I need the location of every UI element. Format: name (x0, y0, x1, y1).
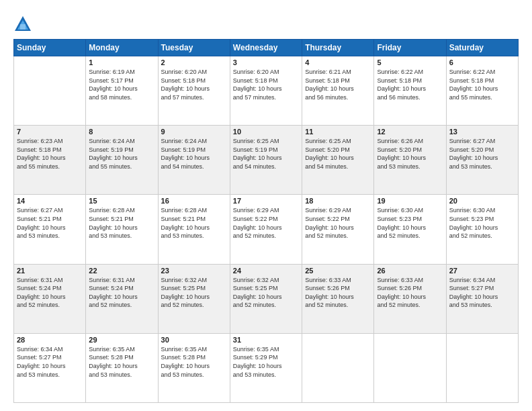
day-info: Sunrise: 6:35 AM Sunset: 5:29 PM Dayligh… (233, 345, 299, 379)
day-info: Sunrise: 6:27 AM Sunset: 5:20 PM Dayligh… (449, 137, 515, 171)
calendar-cell: 19Sunrise: 6:30 AM Sunset: 5:23 PM Dayli… (374, 195, 446, 264)
day-info: Sunrise: 6:35 AM Sunset: 5:28 PM Dayligh… (161, 345, 227, 379)
calendar-week-row: 21Sunrise: 6:31 AM Sunset: 5:24 PM Dayli… (14, 264, 519, 333)
day-number: 17 (233, 197, 299, 205)
calendar-cell: 31Sunrise: 6:35 AM Sunset: 5:29 PM Dayli… (230, 333, 302, 402)
calendar-cell: 27Sunrise: 6:34 AM Sunset: 5:27 PM Dayli… (446, 264, 518, 333)
day-info: Sunrise: 6:21 AM Sunset: 5:18 PM Dayligh… (305, 68, 371, 101)
day-number: 30 (161, 336, 227, 344)
day-info: Sunrise: 6:25 AM Sunset: 5:20 PM Dayligh… (305, 137, 371, 171)
calendar-header-row: SundayMondayTuesdayWednesdayThursdayFrid… (14, 40, 519, 56)
calendar-cell: 26Sunrise: 6:33 AM Sunset: 5:26 PM Dayli… (374, 264, 446, 333)
calendar-cell: 6Sunrise: 6:22 AM Sunset: 5:18 PM Daylig… (446, 56, 518, 126)
day-number: 27 (449, 267, 515, 275)
day-info: Sunrise: 6:30 AM Sunset: 5:23 PM Dayligh… (377, 206, 443, 240)
day-info: Sunrise: 6:35 AM Sunset: 5:28 PM Dayligh… (89, 345, 154, 379)
calendar-cell: 20Sunrise: 6:30 AM Sunset: 5:23 PM Dayli… (446, 195, 518, 264)
day-number: 12 (377, 128, 443, 136)
day-info: Sunrise: 6:28 AM Sunset: 5:21 PM Dayligh… (89, 206, 154, 240)
calendar-cell: 9Sunrise: 6:24 AM Sunset: 5:19 PM Daylig… (158, 126, 230, 195)
day-info: Sunrise: 6:33 AM Sunset: 5:26 PM Dayligh… (377, 276, 443, 310)
calendar-cell: 24Sunrise: 6:32 AM Sunset: 5:25 PM Dayli… (230, 264, 302, 333)
calendar-week-row: 7Sunrise: 6:23 AM Sunset: 5:18 PM Daylig… (14, 126, 519, 195)
day-info: Sunrise: 6:20 AM Sunset: 5:18 PM Dayligh… (233, 68, 299, 101)
calendar-cell: 4Sunrise: 6:21 AM Sunset: 5:18 PM Daylig… (302, 56, 374, 126)
day-number: 4 (305, 58, 371, 66)
calendar-header-friday: Friday (374, 40, 446, 56)
calendar-cell (446, 333, 518, 402)
day-info: Sunrise: 6:25 AM Sunset: 5:19 PM Dayligh… (233, 137, 299, 171)
calendar-header-thursday: Thursday (302, 40, 374, 56)
day-number: 10 (233, 128, 299, 136)
day-info: Sunrise: 6:31 AM Sunset: 5:24 PM Dayligh… (17, 276, 83, 310)
calendar-week-row: 28Sunrise: 6:34 AM Sunset: 5:27 PM Dayli… (14, 333, 519, 402)
day-number: 5 (377, 58, 443, 66)
day-number: 20 (449, 197, 515, 205)
calendar-cell: 8Sunrise: 6:24 AM Sunset: 5:19 PM Daylig… (86, 126, 158, 195)
day-info: Sunrise: 6:33 AM Sunset: 5:26 PM Dayligh… (305, 276, 371, 310)
day-number: 9 (161, 128, 227, 136)
day-number: 8 (89, 128, 154, 136)
calendar-cell: 10Sunrise: 6:25 AM Sunset: 5:19 PM Dayli… (230, 126, 302, 195)
day-info: Sunrise: 6:32 AM Sunset: 5:25 PM Dayligh… (233, 276, 299, 310)
calendar-cell: 1Sunrise: 6:19 AM Sunset: 5:17 PM Daylig… (86, 56, 158, 126)
day-number: 2 (161, 58, 227, 66)
calendar-cell: 11Sunrise: 6:25 AM Sunset: 5:20 PM Dayli… (302, 126, 374, 195)
day-number: 24 (233, 267, 299, 275)
calendar-cell: 29Sunrise: 6:35 AM Sunset: 5:28 PM Dayli… (86, 333, 158, 402)
day-number: 1 (89, 58, 154, 66)
calendar-cell: 2Sunrise: 6:20 AM Sunset: 5:18 PM Daylig… (158, 56, 230, 126)
calendar-cell: 21Sunrise: 6:31 AM Sunset: 5:24 PM Dayli… (14, 264, 86, 333)
day-number: 26 (377, 267, 443, 275)
day-info: Sunrise: 6:24 AM Sunset: 5:19 PM Dayligh… (161, 137, 227, 171)
day-number: 29 (89, 336, 154, 344)
calendar-cell: 13Sunrise: 6:27 AM Sunset: 5:20 PM Dayli… (446, 126, 518, 195)
calendar-cell: 18Sunrise: 6:29 AM Sunset: 5:22 PM Dayli… (302, 195, 374, 264)
calendar-table: SundayMondayTuesdayWednesdayThursdayFrid… (13, 39, 519, 403)
calendar-header-saturday: Saturday (446, 40, 518, 56)
day-number: 21 (17, 267, 83, 275)
calendar-header-sunday: Sunday (14, 40, 86, 56)
day-info: Sunrise: 6:22 AM Sunset: 5:18 PM Dayligh… (377, 68, 443, 101)
day-number: 6 (449, 58, 515, 66)
day-info: Sunrise: 6:27 AM Sunset: 5:21 PM Dayligh… (17, 206, 83, 240)
day-number: 25 (305, 267, 371, 275)
day-number: 31 (233, 336, 299, 344)
page: SundayMondayTuesdayWednesdayThursdayFrid… (0, 0, 532, 411)
calendar-cell (302, 333, 374, 402)
header (13, 12, 519, 34)
calendar-cell: 23Sunrise: 6:32 AM Sunset: 5:25 PM Dayli… (158, 264, 230, 333)
day-number: 18 (305, 197, 371, 205)
day-info: Sunrise: 6:22 AM Sunset: 5:18 PM Dayligh… (449, 68, 515, 101)
calendar-cell: 15Sunrise: 6:28 AM Sunset: 5:21 PM Dayli… (86, 195, 158, 264)
day-number: 28 (17, 336, 83, 344)
day-info: Sunrise: 6:34 AM Sunset: 5:27 PM Dayligh… (449, 276, 515, 310)
calendar-cell: 5Sunrise: 6:22 AM Sunset: 5:18 PM Daylig… (374, 56, 446, 126)
day-number: 15 (89, 197, 154, 205)
day-number: 3 (233, 58, 299, 66)
logo-icon (13, 15, 32, 34)
calendar-cell: 25Sunrise: 6:33 AM Sunset: 5:26 PM Dayli… (302, 264, 374, 333)
calendar-cell: 30Sunrise: 6:35 AM Sunset: 5:28 PM Dayli… (158, 333, 230, 402)
day-number: 23 (161, 267, 227, 275)
day-info: Sunrise: 6:29 AM Sunset: 5:22 PM Dayligh… (305, 206, 371, 240)
day-info: Sunrise: 6:28 AM Sunset: 5:21 PM Dayligh… (161, 206, 227, 240)
day-info: Sunrise: 6:31 AM Sunset: 5:24 PM Dayligh… (89, 276, 154, 310)
day-info: Sunrise: 6:32 AM Sunset: 5:25 PM Dayligh… (161, 276, 227, 310)
day-info: Sunrise: 6:19 AM Sunset: 5:17 PM Dayligh… (89, 68, 154, 101)
day-info: Sunrise: 6:24 AM Sunset: 5:19 PM Dayligh… (89, 137, 154, 171)
calendar-cell: 7Sunrise: 6:23 AM Sunset: 5:18 PM Daylig… (14, 126, 86, 195)
logo (13, 15, 35, 34)
day-number: 13 (449, 128, 515, 136)
calendar-cell: 17Sunrise: 6:29 AM Sunset: 5:22 PM Dayli… (230, 195, 302, 264)
calendar-header-tuesday: Tuesday (158, 40, 230, 56)
calendar-cell: 28Sunrise: 6:34 AM Sunset: 5:27 PM Dayli… (14, 333, 86, 402)
day-number: 16 (161, 197, 227, 205)
calendar-cell: 22Sunrise: 6:31 AM Sunset: 5:24 PM Dayli… (86, 264, 158, 333)
day-info: Sunrise: 6:30 AM Sunset: 5:23 PM Dayligh… (449, 206, 515, 240)
day-info: Sunrise: 6:34 AM Sunset: 5:27 PM Dayligh… (17, 345, 83, 379)
calendar-cell: 16Sunrise: 6:28 AM Sunset: 5:21 PM Dayli… (158, 195, 230, 264)
calendar-header-wednesday: Wednesday (230, 40, 302, 56)
calendar-cell: 3Sunrise: 6:20 AM Sunset: 5:18 PM Daylig… (230, 56, 302, 126)
svg-rect-2 (20, 24, 26, 30)
